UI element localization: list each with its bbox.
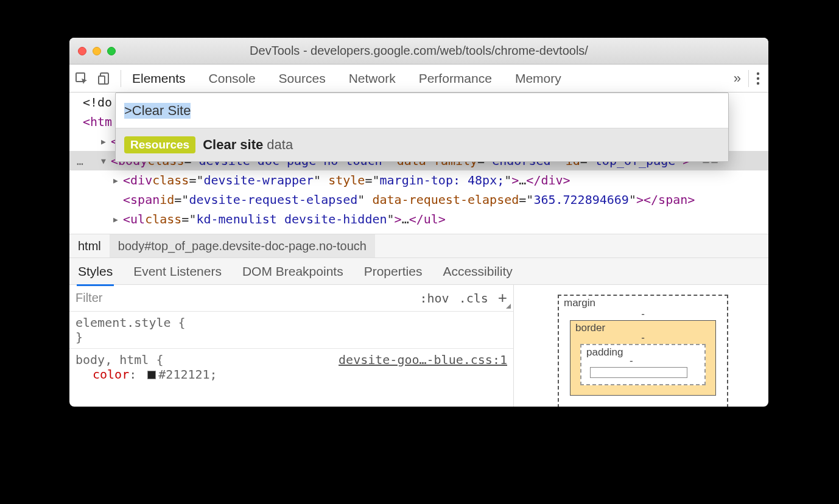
tab-elements[interactable]: Elements	[132, 71, 186, 86]
bm-padding-label: padding	[586, 346, 623, 359]
subtab-event-listeners[interactable]: Event Listeners	[133, 264, 222, 279]
panel-tabs: Elements Console Sources Network Perform…	[132, 71, 723, 86]
styles-subtabs: Styles Event Listeners DOM Breakpoints P…	[69, 258, 768, 285]
expand-icon[interactable]: ▶	[113, 176, 121, 185]
hov-toggle[interactable]: :hov	[420, 291, 449, 306]
minimize-icon[interactable]	[93, 47, 101, 55]
collapse-icon[interactable]: ▼	[101, 156, 108, 166]
lower-pane: Filter :hov .cls + element.style { } dev…	[69, 285, 768, 407]
new-style-rule-icon[interactable]: +	[498, 289, 507, 307]
zoom-icon[interactable]	[107, 47, 116, 55]
bm-margin[interactable]: margin- border- padding-	[558, 295, 728, 407]
svg-point-5	[757, 82, 759, 84]
cls-toggle[interactable]: .cls	[459, 291, 488, 306]
dom-line: <!do	[83, 95, 112, 110]
tab-console[interactable]: Console	[209, 71, 256, 86]
bm-border-label: border	[575, 322, 605, 334]
subtab-dom-breakpoints[interactable]: DOM Breakpoints	[242, 264, 343, 279]
device-toggle-icon[interactable]	[97, 71, 112, 86]
dom-row[interactable]: ▶<ul class="kd-menulist devsite-hidden">…	[69, 209, 768, 229]
source-link[interactable]: devsite-goo…-blue.css:1	[339, 352, 507, 367]
traffic-lights	[78, 47, 116, 55]
divider	[748, 70, 749, 87]
brace-close: }	[75, 330, 507, 345]
styles-column: Filter :hov .cls + element.style { } dev…	[69, 285, 514, 407]
close-icon[interactable]	[78, 47, 86, 55]
titlebar: DevTools - developers.google.com/web/too…	[69, 38, 768, 65]
subtab-accessibility[interactable]: Accessibility	[443, 264, 512, 279]
dom-row[interactable]: ▶<div class="devsite-wrapper" style="mar…	[69, 170, 768, 190]
bm-border[interactable]: border- padding-	[570, 320, 716, 396]
css-prop-value[interactable]: #212121	[158, 367, 209, 382]
css-prop-name[interactable]: color	[93, 367, 129, 382]
styles-filter-input[interactable]: Filter	[75, 291, 410, 305]
tab-performance[interactable]: Performance	[419, 71, 492, 86]
command-palette: >Clear Site Resources Clear site data	[115, 93, 729, 162]
tabs-overflow-icon[interactable]: »	[734, 71, 741, 86]
gutter-dots: …	[77, 155, 97, 167]
bm-content[interactable]	[590, 367, 687, 378]
element-style-open: element.style {	[75, 315, 507, 330]
command-suggestion[interactable]: Resources Clear site data	[116, 128, 728, 161]
styles-filter-row: Filter :hov .cls +	[69, 285, 513, 312]
expand-icon[interactable]: ▶	[113, 215, 121, 224]
tab-sources[interactable]: Sources	[279, 71, 326, 86]
dom-row[interactable]: <span id="devsite-request-elapsed" data-…	[69, 190, 768, 209]
inspect-icon[interactable]	[74, 71, 89, 86]
window-title: DevTools - developers.google.com/web/too…	[69, 44, 768, 58]
styles-body[interactable]: element.style { } devsite-goo…-blue.css:…	[69, 312, 513, 407]
bm-padding[interactable]: padding-	[580, 344, 706, 385]
kebab-menu-icon[interactable]	[753, 72, 764, 85]
crumb-body[interactable]: body#top_of_page.devsite-doc-page.no-tou…	[110, 234, 375, 257]
tab-memory[interactable]: Memory	[515, 71, 561, 86]
svg-point-3	[757, 72, 759, 74]
rule-selector[interactable]: body, html {	[75, 352, 164, 367]
divider	[121, 70, 121, 87]
color-swatch-icon[interactable]	[147, 371, 156, 379]
command-input[interactable]: >Clear Site	[116, 93, 728, 128]
breadcrumb: html body#top_of_page.devsite-doc-page.n…	[69, 234, 768, 258]
bm-margin-label: margin	[564, 297, 595, 309]
box-model: margin- border- padding-	[514, 285, 768, 407]
devtools-window: DevTools - developers.google.com/web/too…	[69, 38, 768, 407]
tab-network[interactable]: Network	[349, 71, 396, 86]
suggestion-category-badge: Resources	[124, 136, 195, 153]
tab-bar: Elements Console Sources Network Perform…	[69, 65, 768, 93]
subtab-properties[interactable]: Properties	[364, 264, 423, 279]
svg-point-4	[757, 77, 759, 79]
expand-icon[interactable]: ▶	[101, 137, 108, 146]
svg-rect-2	[99, 76, 105, 84]
subtab-styles[interactable]: Styles	[78, 264, 113, 279]
crumb-html[interactable]: html	[69, 234, 110, 257]
dom-line: <htm	[83, 114, 112, 129]
